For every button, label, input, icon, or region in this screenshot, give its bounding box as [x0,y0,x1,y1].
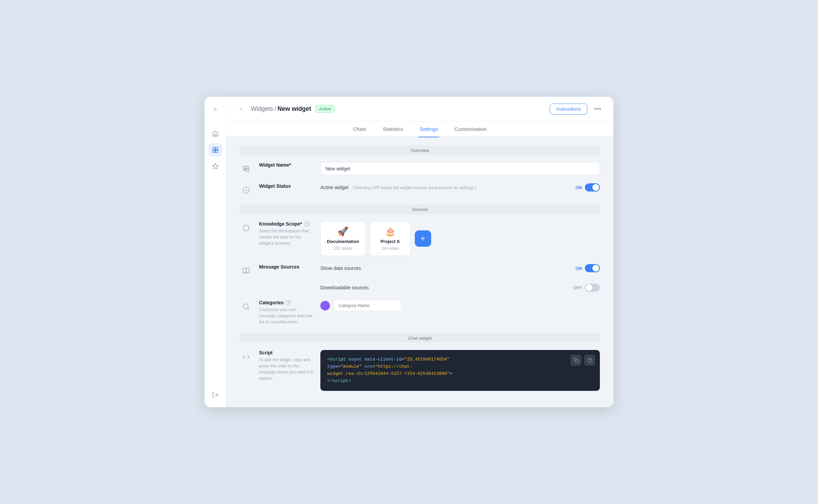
tab-settings[interactable]: Settings [418,121,439,137]
categories-info-icon[interactable]: ? [286,300,291,305]
knowledge-card-documentation[interactable]: 🚀 Documentation 251 nodes [320,221,366,256]
svg-rect-8 [246,166,249,169]
project-x-nodes: 24 nodes [382,246,398,251]
widget-status-toggle[interactable] [585,183,600,192]
script-label-group: Script To add the widget, copy and paste… [259,350,314,381]
sidebar: » [204,97,226,407]
instructions-button[interactable]: Instructions [550,104,587,114]
widget-status-toggle-row: Active widget (Selecting OFF keeps the w… [320,183,600,192]
knowledge-scope-label-group: Knowledge Scope* ? Select the Workspaces… [259,221,314,246]
sidebar-logout-btn[interactable] [209,388,222,402]
svg-rect-10 [246,169,249,172]
show-data-sources-row: Show data sources ON [320,264,600,272]
message-sources-label: Message Sources [259,264,314,270]
message-sources-toggles: Show data sources ON Downloadable source… [320,264,600,292]
widget-status-icon [240,184,252,196]
widget-name-label: Widget Name* [259,162,314,168]
script-sublabel: To add the widget, copy and paste this c… [259,357,314,381]
back-button[interactable]: ← [236,104,247,114]
header-right: Instructions ••• [550,104,604,114]
documentation-emoji: 🚀 [337,226,348,237]
section-overview-label: Overview [240,146,600,155]
documentation-name: Documentation [327,239,359,244]
widget-status-toggle-state: ON [576,185,582,190]
sidebar-item-favorites[interactable] [209,159,222,173]
knowledge-scope-row: Knowledge Scope* ? Select the Workspaces… [240,221,600,256]
svg-rect-2 [215,148,218,150]
script-row: Script To add the widget, copy and paste… [240,350,600,391]
tab-chats[interactable]: Chats [352,121,368,137]
script-box: <script async data-client-id="ID_4518461… [320,350,600,391]
sidebar-collapse-btn[interactable]: » [209,102,222,116]
widget-status-toggle-wrap: ON [576,183,600,192]
categories-icon [240,301,252,313]
downloadable-sources-row: Downloadable sources OFF [320,284,600,292]
script-label: Script [259,350,314,355]
breadcrumb-current: New widget [277,105,311,112]
svg-rect-1 [213,148,215,150]
more-options-button[interactable]: ••• [591,104,604,114]
knowledge-scope-sublabel: Select the Workspaces that contain the d… [259,228,314,246]
copy-script-button[interactable] [571,355,581,366]
sidebar-item-widgets[interactable] [209,143,222,157]
widget-status-label: Widget Status [259,183,314,189]
downloadable-sources-toggle[interactable] [585,284,600,292]
svg-rect-3 [213,150,215,153]
widget-name-label-group: Widget Name* [259,162,314,169]
breadcrumb-separator: / [274,105,276,112]
message-sources-row: Message Sources Show data sources ON [240,264,600,292]
knowledge-scope-label: Knowledge Scope* ? [259,221,314,227]
project-x-emoji: 🎂 [385,226,396,237]
downloadable-sources-label: Downloadable sources [320,285,369,290]
header-left: ← Widgets / New widget Active [236,104,335,114]
status-badge: Active [315,105,335,113]
breadcrumb: Widgets / New widget [251,105,311,112]
widget-name-input[interactable] [320,162,600,175]
knowledge-cards: 🚀 Documentation 251 nodes 🎂 Project X 24… [320,221,600,256]
svg-marker-5 [212,164,218,169]
widget-status-description: Active widget (Selecting OFF keeps the w… [320,184,476,190]
help-script-button[interactable] [584,355,595,366]
sidebar-item-home[interactable] [209,127,222,140]
knowledge-scope-control: 🚀 Documentation 251 nodes 🎂 Project X 24… [320,221,600,256]
widget-status-row: Widget Status Active widget (Selecting O… [240,183,600,196]
category-color-picker[interactable] [320,301,330,310]
tab-customisation[interactable]: Customisation [453,121,488,137]
svg-rect-4 [215,150,218,153]
widget-name-row: Widget Name* [240,162,600,175]
message-sources-label-group: Message Sources [259,264,314,271]
svg-rect-13 [575,360,578,363]
categories-label-group: Categories ? Customise your own message … [259,300,314,325]
settings-content: Overview Widget Name* Widget [226,137,614,407]
script-control: <script async data-client-id="ID_4518461… [320,350,600,391]
script-actions [571,355,595,366]
show-data-sources-toggle[interactable] [585,264,600,272]
svg-rect-7 [243,166,246,169]
add-workspace-button[interactable]: + [415,230,431,247]
project-x-name: Project X [380,239,399,244]
show-data-sources-toggle-wrap: ON [576,264,600,272]
categories-row: Categories ? Customise your own message … [240,300,600,325]
knowledge-scope-info-icon[interactable]: ? [304,221,309,227]
tab-statistics[interactable]: Statistics [381,121,405,137]
show-data-sources-label: Show data sources [320,265,361,271]
knowledge-scope-icon [240,222,252,234]
script-icon [240,351,252,363]
svg-point-12 [243,304,248,309]
categories-control [320,300,600,311]
category-name-input[interactable] [333,300,402,311]
knowledge-card-project-x[interactable]: 🎂 Project X 24 nodes [370,221,411,256]
widget-status-control: Active widget (Selecting OFF keeps the w… [320,183,600,192]
section-chat-widget-label: Chat widget [240,333,600,343]
widget-name-control [320,162,600,175]
breadcrumb-parent: Widgets [251,105,273,112]
downloadable-sources-state: OFF [573,285,582,290]
category-input-row [320,300,600,311]
categories-label: Categories ? [259,300,314,305]
downloadable-sources-toggle-wrap: OFF [573,284,600,292]
svg-rect-9 [243,169,246,171]
categories-sublabel: Customise your own message categories an… [259,307,314,325]
widget-name-icon [240,163,252,175]
message-sources-control: Show data sources ON Downloadable source… [320,264,600,292]
documentation-nodes: 251 nodes [333,246,352,251]
